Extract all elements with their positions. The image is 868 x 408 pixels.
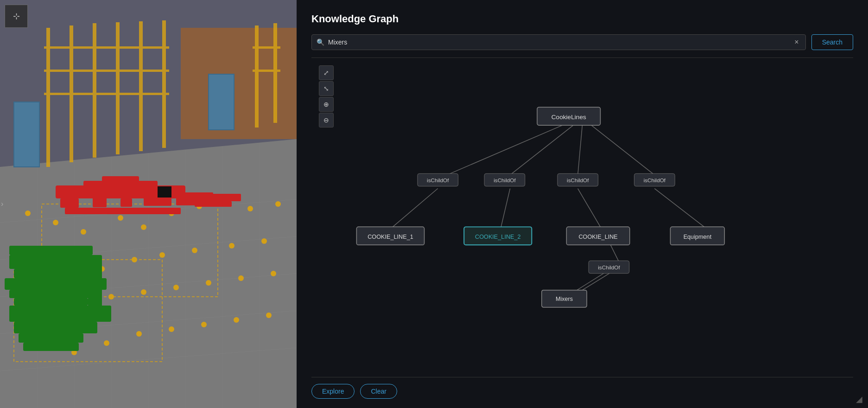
svg-text:isChildOf: isChildOf (427, 177, 449, 183)
graph-svg: CookieLines isChildOf isChildOf isChildO… (311, 58, 853, 373)
svg-rect-75 (158, 186, 171, 198)
graph-controls: ⤢ ⤡ ⊕ ⊖ (319, 65, 334, 128)
viewport-arrow-left[interactable]: › (1, 200, 3, 208)
svg-rect-91 (65, 325, 74, 343)
explore-button[interactable]: Explore (311, 384, 355, 399)
svg-point-56 (271, 271, 276, 276)
knowledge-graph-panel: Knowledge Graph 🔍 × Search ⤢ ⤡ ⊕ ⊖ (297, 0, 868, 408)
svg-line-93 (510, 125, 573, 175)
svg-rect-26 (44, 46, 169, 49)
svg-point-40 (247, 206, 253, 211)
search-row: 🔍 × Search (311, 34, 853, 50)
svg-rect-69 (60, 198, 79, 208)
svg-rect-20 (93, 23, 96, 158)
svg-text:CookieLines: CookieLines (551, 114, 586, 121)
svg-rect-88 (83, 257, 102, 285)
svg-line-95 (591, 125, 654, 175)
svg-rect-21 (116, 22, 120, 154)
zoom-out-button[interactable]: ⊖ (319, 113, 334, 128)
bottom-divider (311, 377, 853, 377)
resize-icon: ◢ (856, 394, 862, 404)
search-input[interactable] (328, 38, 792, 46)
svg-point-41 (275, 201, 281, 207)
svg-point-63 (266, 312, 272, 318)
svg-text:COOKIE_LINE_2: COOKIE_LINE_2 (475, 234, 520, 240)
svg-rect-78 (9, 246, 93, 255)
panel-title: Knowledge Graph (311, 13, 853, 25)
svg-point-62 (234, 317, 239, 323)
svg-point-32 (53, 220, 58, 225)
svg-point-46 (192, 248, 197, 253)
svg-rect-85 (14, 322, 97, 333)
svg-rect-89 (88, 285, 102, 308)
svg-line-96 (393, 189, 437, 227)
fit-view-button[interactable]: ⤢ (319, 65, 334, 80)
svg-rect-90 (28, 325, 37, 343)
svg-rect-80 (14, 269, 88, 278)
svg-point-47 (229, 243, 234, 249)
svg-line-98 (578, 189, 601, 227)
svg-rect-76 (185, 194, 241, 201)
svg-point-36 (141, 224, 146, 230)
clear-x-button[interactable]: × (792, 37, 800, 47)
svg-text:isChildOf: isChildOf (494, 177, 516, 183)
viewport-canvas: ⊹ › (0, 0, 297, 408)
svg-text:isChildOf: isChildOf (567, 177, 589, 183)
svg-point-35 (118, 215, 123, 221)
svg-rect-87 (23, 343, 79, 351)
svg-rect-29 (253, 46, 280, 49)
svg-rect-23 (162, 20, 166, 148)
svg-point-58 (104, 340, 109, 346)
zoom-in-button[interactable]: ⊕ (319, 97, 334, 112)
graph-area: ⤢ ⤡ ⊕ ⊖ CookieLines isC (311, 58, 853, 373)
svg-rect-17 (14, 102, 39, 167)
svg-point-60 (169, 326, 174, 332)
svg-rect-24 (255, 26, 259, 128)
svg-point-31 (25, 210, 31, 216)
svg-rect-68 (102, 176, 139, 183)
expand-button[interactable]: ⤡ (319, 81, 334, 96)
svg-line-94 (578, 125, 583, 175)
svg-point-59 (136, 331, 142, 337)
svg-text:COOKIE_LINE: COOKIE_LINE (578, 234, 617, 240)
svg-point-53 (173, 285, 179, 290)
svg-rect-27 (44, 70, 169, 72)
svg-text:isChildOf: isChildOf (598, 264, 620, 270)
svg-text:COOKIE_LINE_1: COOKIE_LINE_1 (367, 234, 413, 240)
svg-text:isChildOf: isChildOf (644, 177, 666, 183)
svg-line-97 (501, 189, 510, 227)
svg-rect-22 (139, 21, 143, 151)
svg-rect-15 (181, 28, 297, 139)
svg-rect-28 (44, 93, 169, 95)
viewport-panel: ⊹ › (0, 0, 297, 408)
svg-point-54 (206, 280, 211, 286)
svg-point-45 (159, 252, 165, 258)
scene-svg (0, 0, 297, 408)
svg-point-52 (141, 289, 146, 295)
svg-rect-74 (65, 208, 181, 214)
svg-line-99 (654, 189, 704, 227)
svg-line-92 (447, 125, 562, 175)
svg-rect-83 (14, 298, 88, 306)
svg-rect-70 (93, 197, 107, 207)
svg-rect-25 (273, 23, 277, 123)
clear-button[interactable]: Clear (360, 384, 397, 399)
svg-point-34 (81, 229, 86, 235)
svg-text:Equipment: Equipment (684, 234, 712, 240)
svg-point-61 (201, 322, 207, 327)
search-button[interactable]: Search (811, 34, 853, 50)
svg-rect-16 (209, 74, 234, 130)
nav-cube[interactable]: ⊹ (5, 5, 28, 28)
svg-line-117 (583, 274, 609, 290)
svg-point-55 (238, 275, 244, 281)
svg-text:Mixers: Mixers (556, 296, 573, 302)
svg-rect-71 (120, 198, 132, 207)
bottom-actions: Explore Clear (311, 384, 853, 399)
svg-rect-77 (195, 201, 232, 207)
svg-line-100 (609, 242, 618, 261)
svg-rect-30 (253, 70, 280, 72)
search-input-wrap: 🔍 × (311, 34, 806, 50)
svg-point-48 (261, 238, 267, 244)
search-icon: 🔍 (317, 38, 324, 46)
